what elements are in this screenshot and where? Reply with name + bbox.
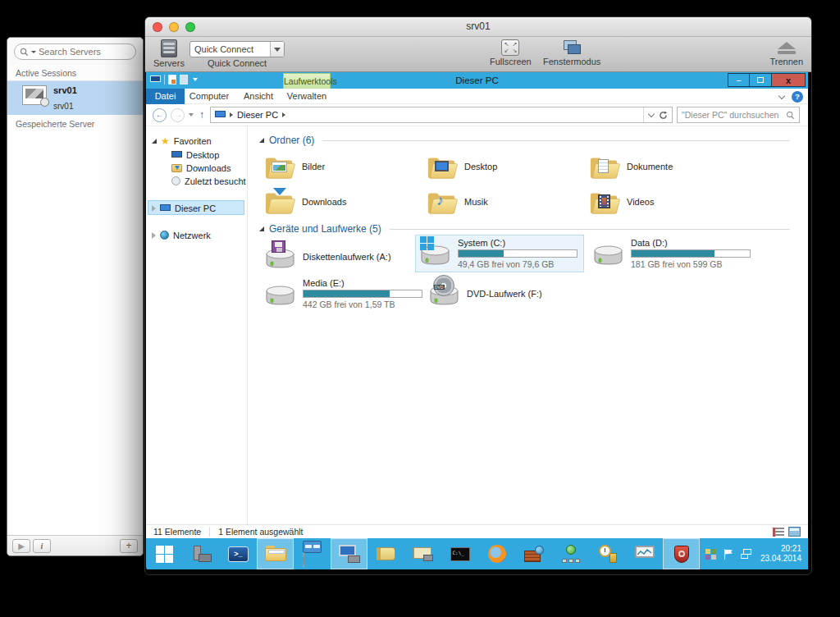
disconnect-button[interactable]: Trennen [769,39,803,66]
info-button[interactable]: i [33,539,51,553]
network-status-icon[interactable] [741,549,753,559]
drive-tile-data-d[interactable]: Data (D:) 181 GB frei von 599 GB [589,235,753,272]
taskbar-firewall[interactable] [515,538,552,569]
folder-tile-downloads[interactable]: Downloads [262,185,420,219]
firefox-icon [488,545,506,563]
folder-tile-music[interactable]: ♪ Musik [425,185,582,219]
up-button[interactable]: ↑ [198,109,206,121]
tab-manage[interactable]: Verwalten [283,89,331,104]
recent-places-icon [171,176,180,185]
taskbar-powershell[interactable]: >_ [220,538,257,569]
folder-tile-desktop[interactable]: Desktop [425,149,582,184]
fullscreen-button[interactable]: ↖↗↙↘ Fullscreen [490,39,532,66]
taskbar-network-tree[interactable] [552,538,589,569]
quick-connect-dropdown-button[interactable] [270,42,284,57]
drives-group-header[interactable]: Geräte und Laufwerke (5) [259,223,790,235]
folders-group-header[interactable]: Ordner (6) [259,135,790,146]
drive-tile-media-e[interactable]: Media (E:) 442 GB frei von 1,59 TB [261,275,425,313]
taskbar-clock[interactable]: 20:21 23.04.2014 [760,544,801,564]
tree-collapsed-icon[interactable] [152,232,156,239]
dvd-drive-icon: DVD [428,280,461,308]
refresh-icon[interactable] [659,111,668,120]
tab-file[interactable]: Datei [146,89,185,104]
taskbar-firefox[interactable] [478,538,515,569]
action-center-flag-icon[interactable] [724,549,733,560]
contextual-tab-drive-tools[interactable]: Laufwerktools [283,73,331,89]
expand-ribbon-chevron-icon[interactable] [778,92,785,98]
drive-tile-floppy-a[interactable]: Diskettenlaufwerk (A:) [261,238,425,276]
window-mode-button[interactable]: Fenstermodus [543,39,600,66]
close-window-button[interactable] [153,22,162,32]
group-header-rule [322,140,790,141]
mac-titlebar[interactable]: srv01 [145,17,811,37]
servers-button[interactable]: Servers [153,39,185,68]
details-view-button[interactable] [773,528,784,537]
breadcrumb-bar[interactable]: Dieser PC [210,107,673,123]
nav-this-pc[interactable]: Dieser PC [152,201,216,215]
taskbar-server-manager[interactable] [183,538,220,569]
taskbar-file-explorer[interactable] [257,538,294,569]
tab-view[interactable]: Ansicht [234,89,283,104]
breadcrumb-this-pc[interactable]: Dieser PC [237,110,278,120]
large-icons-view-button[interactable] [788,527,801,537]
taskbar-scroll-tools[interactable] [404,538,441,569]
nav-network[interactable]: Netzwerk [152,228,211,242]
nav-desktop[interactable]: Desktop [171,148,219,162]
breadcrumb-separator-icon [230,112,233,117]
taskbar-time-service[interactable] [589,538,626,569]
capacity-bar [458,249,578,258]
connect-play-button[interactable]: ▶ [12,539,30,553]
forward-button[interactable]: ← [171,108,185,122]
folder-tile-videos[interactable]: Videos [587,185,745,219]
search-servers-field[interactable] [14,43,136,60]
recent-locations-chevron-icon[interactable] [189,113,194,117]
clock-date: 23.04.2014 [760,554,801,564]
taskbar-security-shield[interactable] [663,538,700,569]
taskbar-help-book[interactable] [368,538,404,569]
start-button[interactable] [146,538,183,569]
quick-connect-caption: Quick Connect [208,58,267,68]
maximize-button[interactable] [750,73,772,87]
tree-collapsed-icon[interactable] [152,205,156,212]
session-item-srv01[interactable]: srv01 srv01 [7,81,143,115]
nav-downloads[interactable]: Downloads [171,161,231,175]
help-button[interactable]: ? [792,91,803,103]
taskbar-performance-monitor[interactable] [626,538,663,569]
add-server-button[interactable]: + [120,539,138,553]
scroll-tools-icon [413,546,433,561]
group-collapse-icon[interactable] [259,226,264,231]
explorer-search-field[interactable] [677,107,800,123]
status-selected-count: 1 Element ausgewählt [218,527,303,537]
taskbar-display-settings[interactable] [294,538,331,569]
search-servers-input[interactable] [39,47,130,57]
tree-expanded-icon[interactable] [152,139,157,144]
hard-drive-icon [592,240,625,267]
status-item-count: 11 Elemente [153,527,201,537]
search-icon [786,111,795,120]
tray-app-badge-icon[interactable] [705,549,716,560]
active-sessions-header: Active Sessions [7,65,143,81]
zoom-window-button[interactable] [185,22,195,32]
book-icon [377,547,395,560]
back-button[interactable]: ← [153,108,167,122]
taskbar-command-prompt[interactable]: C:\_ [441,538,478,569]
explorer-titlebar[interactable]: Dieser PC Laufwerktools – x [146,72,808,89]
nav-favorites[interactable]: ★ Favoriten [152,134,212,148]
explorer-search-input[interactable] [682,110,786,120]
quick-connect-combobox[interactable]: Quick Connect [189,41,285,57]
documents-folder-icon [589,153,620,181]
taskbar-computer-management[interactable] [331,538,368,569]
group-collapse-icon[interactable] [259,138,264,143]
address-dropdown-chevron-icon[interactable] [648,111,655,117]
close-button[interactable]: x [772,73,806,87]
tab-computer[interactable]: Computer [185,89,234,104]
drive-tile-system-c[interactable]: System (C:) 49,4 GB frei von 79,6 GB [415,235,584,272]
shield-icon [674,546,689,563]
search-scope-dropdown-icon [31,51,36,53]
minimize-window-button[interactable] [169,22,179,32]
nav-recent-places[interactable]: Zuletzt besucht [171,174,246,188]
folder-tile-documents[interactable]: Dokumente [587,149,745,184]
folder-tile-pictures[interactable]: Bilder [262,149,420,184]
drive-tile-dvd-f[interactable]: DVD DVD-Laufwerk (F:) [425,275,589,313]
minimize-button[interactable]: – [728,73,750,87]
